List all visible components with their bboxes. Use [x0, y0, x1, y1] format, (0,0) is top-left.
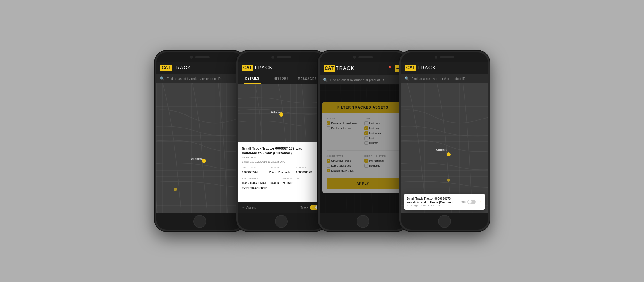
filter-last-week[interactable]: Last week — [364, 131, 399, 135]
details-map: Athens — [238, 84, 325, 142]
notification-card[interactable]: Small Track Tractor 0000034173 was deliv… — [404, 194, 485, 210]
card-time: 1005828541 — [242, 156, 321, 159]
back-label: Assets — [246, 206, 256, 209]
filter-asset-col: ASSET TYPE Small track truck Large track… — [327, 155, 361, 174]
checkbox-international[interactable] — [364, 159, 368, 163]
header-1: CAT TRACK — [156, 62, 243, 74]
search-icon-3: 🔍 — [323, 78, 328, 82]
checkbox-last-week[interactable] — [364, 131, 368, 135]
search-bar-1[interactable]: 🔍 Find an asset by order # or product ID — [156, 74, 243, 83]
field-division: DIVISION Prime Products — [269, 167, 294, 175]
label-dealer: Dealer picked up — [331, 127, 351, 130]
notif-title: Small Track Tractor 0000034173 was deliv… — [407, 197, 457, 204]
label-last-week: Last week — [369, 132, 381, 135]
camera-4 — [435, 56, 437, 59]
checkbox-large-truck[interactable] — [327, 164, 330, 168]
asset-label: ASSET TYPE — [327, 155, 361, 157]
speaker-1 — [195, 56, 210, 58]
checkbox-last-hour[interactable] — [364, 121, 368, 125]
filter-shipping-col: SHIPPING TYPE International Domestic — [364, 155, 399, 174]
filter-domestic[interactable]: Domestic — [364, 164, 399, 168]
logo-track-2: TRACK — [254, 65, 273, 70]
tab-history[interactable]: HISTORY — [267, 74, 296, 84]
logo-1: CAT TRACK — [160, 65, 191, 71]
header-4: CAT TRACK — [401, 62, 488, 74]
search-placeholder-1[interactable]: Find an asset by order # or product ID — [167, 77, 240, 80]
home-button-3[interactable] — [357, 215, 369, 228]
camera-2 — [271, 56, 274, 59]
header-2: CAT TRACK — [238, 62, 325, 74]
label-delivered: Delivered to customer — [331, 122, 357, 125]
logo-cat-2: CAT — [242, 65, 253, 71]
map-label-4: Athens — [436, 148, 447, 151]
label-large-truck: Large track truck — [331, 164, 351, 167]
time-label: TIME — [364, 117, 399, 120]
label-medium-truck: Medium track truck — [331, 169, 354, 172]
map-dot-4-main — [447, 152, 451, 156]
map-dot-4-secondary — [447, 179, 450, 182]
checkbox-medium-truck[interactable] — [327, 169, 330, 172]
card-time-real: 1 hour ago 1/20/2016 11:27:133 UTC — [242, 160, 321, 163]
header-3: CAT TRACK 📍 — [320, 62, 406, 75]
home-button-2[interactable] — [275, 215, 288, 228]
search-placeholder-4[interactable]: Find an asset by order # or product ID — [412, 77, 484, 80]
bottom-nav: ← Assets Track — [238, 202, 325, 213]
card-title: Small Track Tractor 0000034173 was deliv… — [242, 147, 316, 156]
filter-last-day[interactable]: Last day — [364, 126, 399, 130]
filter-custom[interactable]: Custom — [364, 141, 399, 145]
filter-small-truck[interactable]: Small track truck — [327, 159, 361, 163]
location-icon-3[interactable]: 📍 — [387, 66, 392, 71]
filter-last-month[interactable]: Last month — [364, 136, 399, 140]
checkbox-domestic[interactable] — [364, 164, 368, 168]
checkbox-last-month[interactable] — [364, 136, 368, 140]
search-bar-4[interactable]: 🔍 Find an asset by order # or product ID — [401, 74, 488, 83]
filter-last-hour[interactable]: Last hour — [364, 121, 399, 125]
field-order: ORDER # 0000034173 — [296, 167, 321, 175]
notif-arrow-icon[interactable]: → — [477, 199, 482, 205]
search-placeholder-3[interactable]: Find an asset by order # or product ID — [330, 78, 397, 82]
notif-time: 1 hour ago 1/20/2016 11:27:133 UTC — [407, 204, 457, 207]
checkbox-small-truck[interactable] — [327, 159, 330, 163]
logo-2: CAT TRACK — [242, 65, 273, 71]
notif-track-label: Track — [459, 200, 465, 203]
label-custom: Custom — [369, 142, 378, 144]
logo-cat-3: CAT — [324, 65, 335, 72]
notif-toggle[interactable] — [467, 200, 476, 204]
filter-title: FILTER TRACKED ASSETS — [322, 102, 403, 113]
checkbox-last-day[interactable] — [364, 126, 368, 130]
home-button-1[interactable] — [193, 215, 206, 228]
map-dot-2 — [279, 112, 283, 117]
checkbox-delivered[interactable] — [327, 121, 330, 125]
tab-details[interactable]: DETAILS — [238, 74, 267, 84]
label-last-day: Last day — [369, 127, 379, 130]
phone-3: CAT TRACK 📍 🔍 Find an a — [318, 51, 408, 231]
map-area-1: Athens — [156, 83, 243, 213]
apply-button[interactable]: APPLY — [327, 178, 399, 189]
phone-1: CAT TRACK 🔍 Find an asset by order # or … — [155, 51, 245, 231]
filter-delivered[interactable]: Delivered to customer — [327, 121, 361, 125]
filter-panel: FILTER TRACKED ASSETS STATE Delivered to… — [322, 102, 403, 193]
filter-medium-truck[interactable]: Medium track truck — [327, 169, 361, 172]
phone-4: CAT TRACK 🔍 Find an asset by order # or … — [399, 51, 490, 231]
phone-top-4 — [401, 52, 488, 62]
search-icon-1: 🔍 — [160, 76, 165, 81]
home-button-4[interactable] — [438, 215, 451, 228]
map-area-4: Athens Small Track Tractor 0000034173 wa… — [401, 83, 488, 213]
phone-top-2 — [238, 52, 325, 62]
filter-dealer[interactable]: Dealer picked up — [327, 126, 361, 130]
checkbox-custom[interactable] — [364, 141, 368, 145]
phone-top-3 — [320, 52, 406, 62]
label-small-truck: Small track truck — [331, 159, 351, 162]
shipping-label: SHIPPING TYPE — [364, 155, 399, 157]
speaker-3 — [358, 56, 373, 58]
filter-international[interactable]: International — [364, 159, 399, 163]
filter-overlay: FILTER TRACKED ASSETS STATE Delivered to… — [320, 84, 406, 213]
search-bar-3[interactable]: 🔍 Find an asset by order # or product ID… — [320, 75, 406, 84]
notif-right: Track → — [459, 199, 482, 205]
info-card: Small Track Tractor 0000034173 was deliv… — [238, 142, 325, 202]
back-button[interactable]: ← Assets — [242, 206, 256, 209]
checkbox-dealer[interactable] — [327, 126, 330, 130]
speaker-2 — [277, 56, 291, 58]
filter-sections: STATE Delivered to customer Dealer picke… — [327, 117, 399, 174]
filter-large-truck[interactable]: Large track truck — [327, 164, 361, 168]
